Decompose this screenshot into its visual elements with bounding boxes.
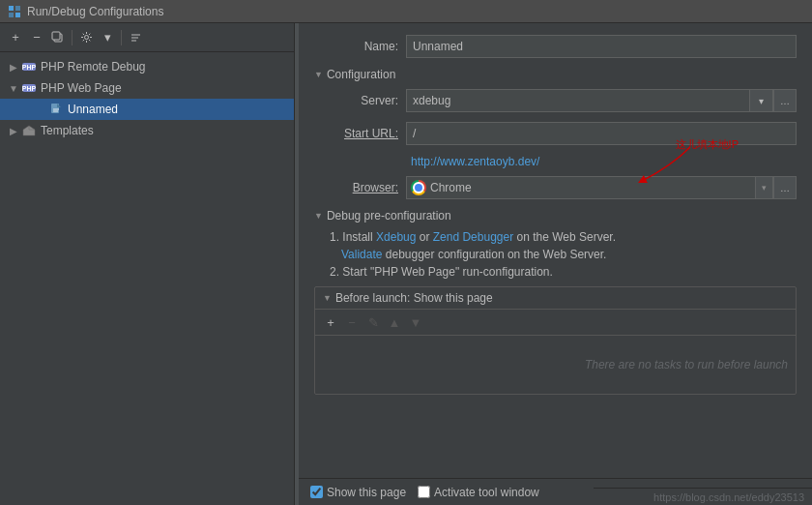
name-label: Name:: [314, 40, 406, 53]
show-this-page-label: Show this page: [327, 486, 406, 499]
browser-dropdown-arrow[interactable]: ▾: [756, 176, 773, 199]
debug-step2: 2. Start "PHP Web Page" run-configuratio…: [330, 265, 797, 279]
start-url-field-group: [406, 122, 797, 145]
debug-triangle: ▼: [314, 211, 323, 221]
svg-rect-0: [9, 6, 14, 11]
status-bar-url: https://blog.csdn.net/eddy23513: [653, 491, 804, 503]
status-bar: https://blog.csdn.net/eddy23513: [594, 488, 812, 505]
bl-edit-btn[interactable]: ✎: [363, 312, 383, 332]
server-dropdown-btn[interactable]: ▾: [750, 89, 773, 112]
activate-tool-window-checkbox[interactable]: [418, 486, 430, 498]
server-label: Server:: [314, 94, 406, 107]
url-hint-link[interactable]: http://www.zentaoyb.dev/: [411, 155, 797, 168]
svg-point-6: [84, 36, 88, 40]
toolbar-separator2: [121, 30, 122, 45]
zend-link[interactable]: Zend Debugger: [433, 230, 513, 244]
server-field-group: ▾ …: [406, 89, 797, 112]
url-hint-area: http://www.zentaoyb.dev/ 这儿填本地IP: [314, 155, 797, 168]
config-triangle: ▼: [314, 70, 323, 79]
config-label: Configuration: [327, 68, 395, 81]
before-launch-section: ▼ Before launch: Show this page + − ✎ ▲ …: [314, 286, 797, 395]
browser-select-display: Chrome: [406, 176, 756, 199]
templates-label: Templates: [41, 124, 94, 137]
tree-item-php-web-page[interactable]: ▼ PHP PHP Web Page: [0, 77, 294, 99]
debug-title: Debug pre-configuration: [327, 209, 451, 223]
tree-arrow-templates: ▶: [8, 125, 19, 136]
bl-down-btn[interactable]: ▼: [406, 312, 425, 332]
svg-rect-5: [52, 32, 60, 40]
svg-rect-3: [15, 13, 20, 17]
php-web-label: PHP Web Page: [41, 81, 122, 95]
sort-button[interactable]: [126, 28, 145, 47]
toolbar-separator: [72, 30, 72, 45]
debug-section: ▼ Debug pre-configuration 1. Install Xde…: [314, 209, 797, 279]
tree-item-unnamed[interactable]: ▶ Unnamed: [0, 99, 294, 120]
tree-item-templates[interactable]: ▶ Templates: [0, 120, 294, 141]
unnamed-label: Unnamed: [68, 103, 118, 116]
before-launch-toolbar: + − ✎ ▲ ▼: [315, 310, 796, 336]
browser-field-group: Chrome ▾ …: [406, 176, 797, 199]
browser-value-label: Chrome: [430, 181, 472, 194]
debug-step1-suffix: on the Web Server.: [517, 230, 617, 244]
activate-tool-window-label: Activate tool window: [434, 486, 539, 499]
right-panel: Name: ▼ Configuration Server: ▾ … Start …: [299, 23, 812, 505]
debug-step1-prefix: 1. Install: [330, 230, 376, 244]
xdebug-link[interactable]: Xdebug: [376, 230, 416, 244]
name-row: Name:: [314, 35, 797, 58]
svg-rect-2: [9, 13, 14, 17]
left-panel: + − ▾: [0, 23, 295, 505]
debug-step1-or: or: [420, 230, 433, 244]
tree-item-php-remote[interactable]: ▶ PHP PHP Remote Debug: [0, 56, 294, 77]
before-launch-content: There are no tasks to run before launch: [315, 336, 796, 394]
debug-step1: 1. Install Xdebug or Zend Debugger on th…: [330, 230, 797, 244]
server-row: Server: ▾ …: [314, 89, 797, 112]
unnamed-icon: [48, 102, 64, 117]
start-url-label: Start URL:: [314, 127, 406, 140]
show-this-page-row[interactable]: Show this page: [310, 486, 406, 499]
svg-text:PHP: PHP: [22, 85, 37, 92]
before-launch-title: Before launch: Show this page: [335, 291, 493, 305]
more-button[interactable]: ▾: [98, 28, 117, 47]
php-web-icon: PHP: [21, 80, 37, 96]
before-launch-header: ▼ Before launch: Show this page: [315, 287, 796, 310]
start-url-row: Start URL:: [314, 122, 797, 145]
templates-icon: [21, 123, 37, 138]
title-bar: Run/Debug Configurations: [0, 0, 812, 23]
left-toolbar: + − ▾: [0, 23, 294, 52]
copy-config-button[interactable]: [48, 28, 68, 47]
browser-label: Browser:: [314, 181, 406, 194]
start-url-input[interactable]: [406, 122, 797, 145]
show-this-page-checkbox[interactable]: [310, 486, 323, 498]
svg-text:PHP: PHP: [22, 64, 37, 71]
tree-arrow-php-remote: ▶: [8, 61, 19, 73]
server-more-btn[interactable]: …: [773, 89, 797, 112]
browser-row: Browser: Chrome ▾ …: [314, 176, 797, 199]
name-input[interactable]: [406, 35, 797, 58]
bl-remove-btn[interactable]: −: [342, 312, 362, 332]
main-layout: + − ▾: [0, 23, 812, 505]
svg-rect-1: [15, 6, 20, 11]
chrome-icon: [411, 180, 426, 195]
title-bar-title: Run/Debug Configurations: [27, 5, 163, 18]
title-bar-icon: [8, 5, 21, 18]
config-tree: ▶ PHP PHP Remote Debug ▼ PHP: [0, 52, 294, 505]
tree-arrow-php-web: ▼: [8, 82, 19, 94]
before-launch-triangle: ▼: [323, 293, 332, 303]
debug-validate-row: Validate debugger configuration on the W…: [341, 248, 797, 261]
bl-add-btn[interactable]: +: [321, 312, 340, 332]
validate-link[interactable]: Validate: [341, 248, 382, 261]
php-remote-icon: PHP: [21, 59, 37, 74]
add-config-button[interactable]: +: [6, 28, 25, 47]
activate-tool-window-row[interactable]: Activate tool window: [418, 486, 539, 499]
debug-validate-suffix: debugger configuration on the Web Server…: [386, 248, 607, 261]
browser-more-btn[interactable]: …: [773, 176, 797, 199]
config-section-header: ▼ Configuration: [314, 68, 797, 81]
no-tasks-text: There are no tasks to run before launch: [585, 358, 788, 371]
php-remote-label: PHP Remote Debug: [41, 60, 146, 74]
debug-section-header: ▼ Debug pre-configuration: [314, 209, 797, 223]
settings-button[interactable]: [76, 28, 96, 47]
server-input[interactable]: [406, 89, 750, 112]
bl-up-btn[interactable]: ▲: [385, 312, 404, 332]
remove-config-button[interactable]: −: [27, 28, 46, 47]
